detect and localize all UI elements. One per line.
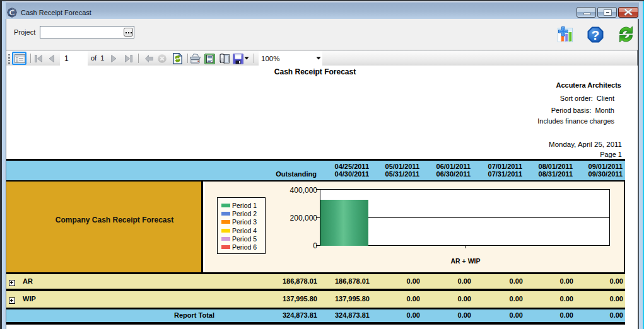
svg-text:?: ? [592, 28, 600, 42]
svg-text:C: C [9, 8, 15, 17]
